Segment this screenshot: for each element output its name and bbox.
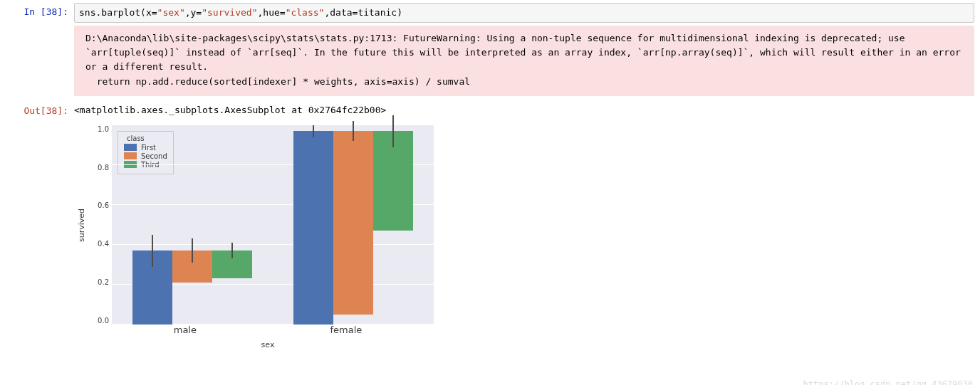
bar-group — [293, 131, 413, 325]
y-tick: 0.8 — [89, 164, 109, 172]
bar — [333, 131, 373, 315]
legend-title: class — [127, 135, 167, 142]
error-bar — [392, 115, 394, 147]
plot-area: class First Second Third — [112, 125, 434, 325]
x-tick: female — [330, 325, 362, 335]
error-bar — [353, 121, 354, 141]
y-tick: 0.0 — [89, 317, 109, 325]
x-tick: male — [174, 325, 197, 335]
y-tick: 0.2 — [89, 278, 109, 286]
x-axis-label: sex — [107, 340, 429, 349]
legend: class First Second Third — [118, 131, 174, 174]
y-axis: 1.0 0.8 0.6 0.4 0.2 0.0 — [89, 125, 112, 325]
chart-figure: survived 1.0 0.8 0.6 0.4 0.2 0.0 class F… — [74, 125, 444, 349]
y-tick: 1.0 — [89, 125, 109, 133]
bar — [132, 250, 172, 325]
legend-swatch — [124, 144, 137, 151]
stderr-output: D:\Anaconda\lib\site-packages\scipy\stat… — [74, 26, 974, 96]
legend-item: Second — [124, 152, 167, 160]
bar — [373, 131, 413, 231]
legend-swatch — [124, 152, 137, 159]
legend-item: First — [124, 144, 167, 152]
bar — [293, 131, 333, 325]
error-bar — [231, 243, 233, 258]
bar-group — [132, 250, 252, 325]
error-bar — [313, 125, 314, 137]
bar — [212, 250, 252, 278]
y-tick: 0.6 — [89, 201, 109, 209]
grid-line — [112, 125, 434, 125]
code-cell[interactable]: sns.barplot(x="sex",y="survived",hue="cl… — [74, 3, 974, 23]
y-axis-label: survived — [74, 125, 89, 325]
input-prompt: In [38]: — [0, 3, 74, 19]
output-prompt: Out[38]: — [0, 102, 74, 117]
error-bar — [152, 235, 153, 267]
output-repr: <matplotlib.axes._subplots.AxesSubplot a… — [74, 102, 974, 118]
y-tick: 0.4 — [89, 240, 109, 248]
error-bar — [192, 238, 193, 263]
x-axis: male female — [107, 325, 429, 335]
bar — [172, 250, 212, 283]
